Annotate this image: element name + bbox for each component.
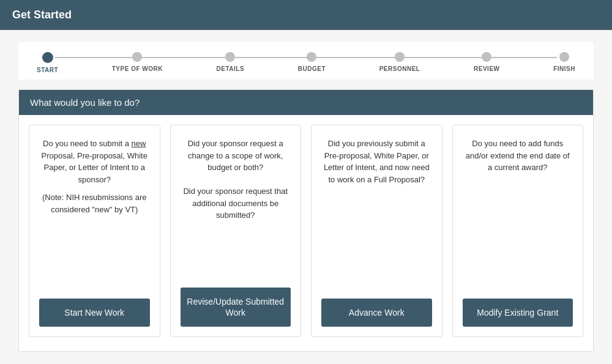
cards-grid: Do you need to submit a new Proposal, Pr… bbox=[19, 115, 593, 347]
step-circle-personnel bbox=[395, 52, 405, 62]
modify-existing-grant-button[interactable]: Modify Existing Grant bbox=[463, 299, 573, 327]
app-container: Get Started START TYPE OF WORK DETAILS bbox=[0, 0, 612, 364]
page-header: Get Started bbox=[0, 0, 612, 30]
start-new-work-button[interactable]: Start New Work bbox=[39, 299, 150, 327]
step-circle-review bbox=[482, 52, 491, 62]
step-start[interactable]: START bbox=[37, 52, 58, 73]
card-advance-work: Did you previously submit a Pre-proposal… bbox=[311, 125, 442, 337]
revise-update-button[interactable]: Revise/Update Submitted Work bbox=[181, 288, 291, 327]
step-label-finish: FINISH bbox=[553, 65, 575, 72]
card-description-advance-work: Did you previously submit a Pre-proposal… bbox=[321, 138, 432, 291]
card-modify-grant: Do you need to add funds and/or extend t… bbox=[452, 125, 584, 337]
steps-container: START TYPE OF WORK DETAILS BUDGET PERSON bbox=[37, 52, 575, 73]
step-circle-details bbox=[225, 52, 235, 62]
card-section: What would you like to do? Do you need t… bbox=[18, 89, 594, 352]
step-review[interactable]: REVIEW bbox=[474, 52, 499, 72]
step-circle-type-of-work bbox=[132, 52, 142, 62]
step-label-review: REVIEW bbox=[474, 65, 499, 72]
card-start-new-work: Do you need to submit a new Proposal, Pr… bbox=[29, 125, 160, 337]
step-budget[interactable]: BUDGET bbox=[298, 52, 326, 72]
new-underline: new bbox=[132, 139, 146, 148]
step-personnel[interactable]: PERSONNEL bbox=[379, 52, 420, 72]
main-content: START TYPE OF WORK DETAILS BUDGET PERSON bbox=[0, 30, 612, 364]
step-label-budget: BUDGET bbox=[298, 65, 326, 72]
step-details[interactable]: DETAILS bbox=[217, 52, 245, 72]
card-description-revise-update: Did your sponsor request a change to a s… bbox=[181, 138, 291, 280]
step-label-personnel: PERSONNEL bbox=[379, 65, 420, 72]
card-description-start-new-work: Do you need to submit a new Proposal, Pr… bbox=[39, 138, 150, 291]
step-circle-finish bbox=[559, 52, 569, 62]
step-circle-start bbox=[42, 52, 53, 63]
page-title: Get Started bbox=[12, 9, 72, 21]
step-label-type-of-work: TYPE OF WORK bbox=[112, 65, 163, 72]
card-description-modify-grant: Do you need to add funds and/or extend t… bbox=[463, 138, 573, 291]
section-header: What would you like to do? bbox=[19, 90, 593, 115]
step-finish[interactable]: FINISH bbox=[553, 52, 575, 72]
advance-work-button[interactable]: Advance Work bbox=[321, 299, 432, 327]
card-note-start-new-work: (Note: NIH resubmissions are considered … bbox=[39, 191, 150, 215]
card-revise-update: Did your sponsor request a change to a s… bbox=[170, 125, 302, 337]
progress-section: START TYPE OF WORK DETAILS BUDGET PERSON bbox=[18, 42, 594, 80]
step-label-details: DETAILS bbox=[217, 65, 245, 72]
step-type-of-work[interactable]: TYPE OF WORK bbox=[112, 52, 163, 72]
step-circle-budget bbox=[307, 52, 316, 62]
section-question: What would you like to do? bbox=[30, 97, 140, 108]
step-label-start: START bbox=[37, 67, 58, 73]
